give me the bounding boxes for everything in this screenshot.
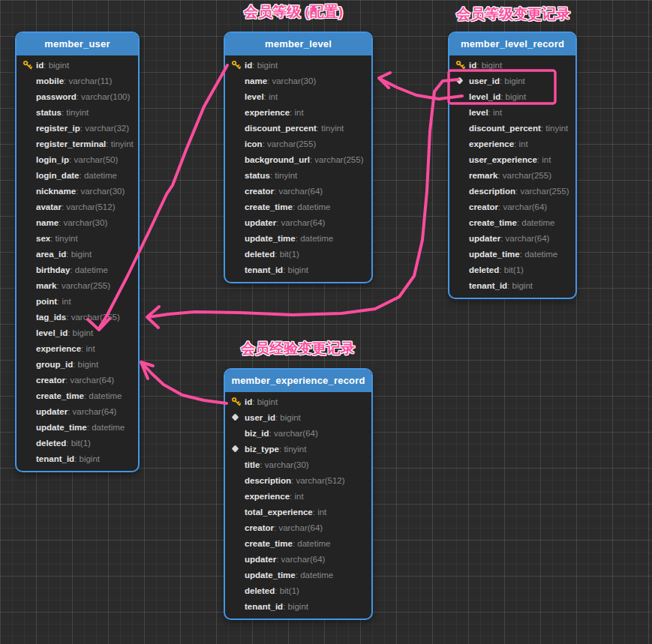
field-row-experience[interactable]: experienceint <box>225 104 371 120</box>
field-row-biz_type[interactable]: biz_typetinyint <box>225 441 371 457</box>
field-row-description[interactable]: descriptionvarchar(512) <box>225 472 371 488</box>
table-title: member_user <box>44 38 110 49</box>
field-row-login_ip[interactable]: login_ipvarchar(50) <box>17 151 138 167</box>
field-row-level[interactable]: levelint <box>449 104 575 120</box>
field-row-experience[interactable]: experienceint <box>449 136 575 151</box>
field-type: int <box>488 108 503 117</box>
field-row-name[interactable]: namevarchar(30) <box>17 214 138 230</box>
field-type: varchar(512) <box>291 476 345 485</box>
table-field-list: idbigintnamevarchar(30)levelintexperienc… <box>225 55 371 282</box>
field-row-nickname[interactable]: nicknamevarchar(30) <box>17 183 138 199</box>
field-row-level_id[interactable]: level_idbigint <box>17 325 138 340</box>
field-row-updater[interactable]: updatervarchar(64) <box>449 230 575 246</box>
field-row-create_time[interactable]: create_timedatetime <box>449 214 575 230</box>
field-type: tinyint <box>317 124 344 133</box>
field-row-level[interactable]: levelint <box>225 88 371 104</box>
field-type: int <box>514 139 528 148</box>
field-row-update_time[interactable]: update_timedatetime <box>225 567 371 583</box>
field-row-tag_ids[interactable]: tag_idsvarchar(255) <box>17 309 138 325</box>
table-node-member_experience_record[interactable]: member_experience_recordidbigintuser_idb… <box>224 368 373 620</box>
field-row-title[interactable]: titlevarchar(30) <box>225 457 371 472</box>
field-row-level_id[interactable]: level_idbigint <box>449 88 575 104</box>
field-name: level <box>245 92 264 101</box>
field-row-tenant_id[interactable]: tenant_idbigint <box>225 262 371 277</box>
table-header[interactable]: member_user <box>17 33 138 55</box>
field-name: login_ip <box>36 155 69 164</box>
field-row-discount_percent[interactable]: discount_percenttinyint <box>225 120 371 136</box>
field-row-discount_percent[interactable]: discount_percenttinyint <box>449 120 575 136</box>
field-row-biz_id[interactable]: biz_idvarchar(64) <box>225 425 371 441</box>
field-row-register_terminal[interactable]: register_terminaltinyint <box>17 136 138 151</box>
field-row-updater[interactable]: updatervarchar(64) <box>17 403 138 419</box>
field-row-creator[interactable]: creatorvarchar(64) <box>225 183 371 199</box>
table-node-member_level_record[interactable]: member_level_recordidbigintuser_idbigint… <box>448 31 577 299</box>
table-header[interactable]: member_level_record <box>449 33 575 55</box>
field-name: name <box>245 76 267 85</box>
field-name: title <box>245 460 260 469</box>
field-name: status <box>36 108 62 117</box>
field-row-tenant_id[interactable]: tenant_idbigint <box>225 598 371 614</box>
field-row-user_id[interactable]: user_idbigint <box>449 73 575 88</box>
field-row-avatar[interactable]: avatarvarchar(512) <box>17 199 138 214</box>
field-row-user_id[interactable]: user_idbigint <box>225 409 371 425</box>
field-row-create_time[interactable]: create_timedatetime <box>225 199 371 214</box>
field-row-creator[interactable]: creatorvarchar(64) <box>225 520 371 535</box>
field-name: id <box>36 61 44 70</box>
field-row-update_time[interactable]: update_timedatetime <box>449 246 575 262</box>
field-row-create_time[interactable]: create_timedatetime <box>225 535 371 551</box>
field-name: avatar <box>36 202 62 211</box>
field-type: tinyint <box>279 445 306 454</box>
table-node-member_user[interactable]: member_useridbigintmobilevarchar(11)pass… <box>15 31 140 472</box>
field-row-remark[interactable]: remarkvarchar(255) <box>449 167 575 183</box>
field-row-deleted[interactable]: deletedbit(1) <box>225 246 371 262</box>
table-header[interactable]: member_experience_record <box>225 370 371 392</box>
field-row-status[interactable]: statustinyint <box>17 104 138 120</box>
table-header[interactable]: member_level <box>225 33 371 55</box>
field-row-tenant_id[interactable]: tenant_idbigint <box>449 277 575 293</box>
field-row-password[interactable]: passwordvarchar(100) <box>17 88 138 104</box>
field-row-name[interactable]: namevarchar(30) <box>225 73 371 88</box>
field-row-updater[interactable]: updatervarchar(64) <box>225 551 371 567</box>
field-row-point[interactable]: pointint <box>17 293 138 309</box>
field-row-deleted[interactable]: deletedbit(1) <box>225 583 371 598</box>
field-row-id[interactable]: idbigint <box>225 57 371 73</box>
field-row-area_id[interactable]: area_idbigint <box>17 246 138 262</box>
field-row-mobile[interactable]: mobilevarchar(11) <box>17 73 138 88</box>
field-row-register_ip[interactable]: register_ipvarchar(32) <box>17 120 138 136</box>
field-row-deleted[interactable]: deletedbit(1) <box>449 262 575 277</box>
field-row-mark[interactable]: markvarchar(255) <box>17 277 138 293</box>
field-type: tinyint <box>62 108 89 117</box>
field-row-total_experience[interactable]: total_experienceint <box>225 504 371 520</box>
field-row-status[interactable]: statustinyint <box>225 167 371 183</box>
field-row-create_time[interactable]: create_timedatetime <box>17 388 138 403</box>
field-row-tenant_id[interactable]: tenant_idbigint <box>17 451 138 466</box>
field-row-deleted[interactable]: deletedbit(1) <box>17 435 138 451</box>
field-row-icon[interactable]: iconvarchar(255) <box>225 136 371 151</box>
annotation-arrowhead-member-user-right <box>147 307 159 328</box>
diagram-canvas[interactable]: member_useridbigintmobilevarchar(11)pass… <box>0 0 652 644</box>
field-row-login_date[interactable]: login_datedatetime <box>17 167 138 183</box>
field-name: user_id <box>245 413 275 422</box>
field-row-id[interactable]: idbigint <box>225 394 371 409</box>
field-name: description <box>469 187 515 196</box>
field-row-group_id[interactable]: group_idbigint <box>17 356 138 372</box>
field-row-experience[interactable]: experienceint <box>225 488 371 504</box>
field-row-update_time[interactable]: update_timedatetime <box>17 419 138 435</box>
field-row-id[interactable]: idbigint <box>449 57 575 73</box>
field-row-experience[interactable]: experienceint <box>17 340 138 356</box>
field-row-description[interactable]: descriptionvarchar(255) <box>449 183 575 199</box>
field-row-birthday[interactable]: birthdaydatetime <box>17 262 138 277</box>
field-row-sex[interactable]: sextinyint <box>17 230 138 246</box>
field-row-updater[interactable]: updatervarchar(64) <box>225 214 371 230</box>
field-row-creator[interactable]: creatorvarchar(64) <box>449 199 575 214</box>
index-diamond-icon <box>231 415 245 420</box>
field-row-creator[interactable]: creatorvarchar(64) <box>17 372 138 388</box>
primary-key-icon <box>231 397 245 406</box>
table-node-member_level[interactable]: member_levelidbigintnamevarchar(30)level… <box>224 31 373 283</box>
field-row-update_time[interactable]: update_timedatetime <box>225 230 371 246</box>
annotation-arrowhead-member-user-group <box>141 362 153 379</box>
field-type: varchar(11) <box>64 76 112 85</box>
field-row-background_url[interactable]: background_urlvarchar(255) <box>225 151 371 167</box>
field-row-id[interactable]: idbigint <box>17 57 138 73</box>
field-row-user_experience[interactable]: user_experienceint <box>449 151 575 167</box>
